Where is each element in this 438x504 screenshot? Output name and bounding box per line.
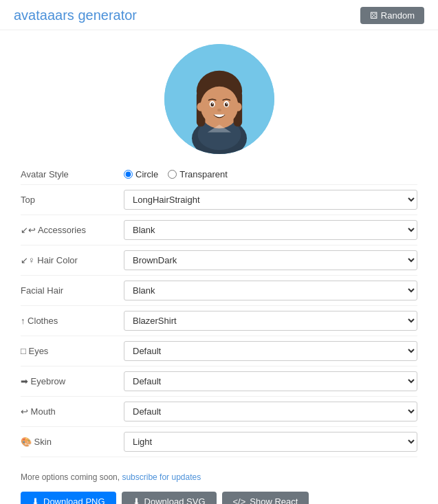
svg-point-10 <box>234 102 241 111</box>
skin-row: 🎨 Skin Light Tanned Yellow Pale Gold Bro… <box>21 427 417 457</box>
top-row: Top LongHairStraight LongHairBig ShortHa… <box>21 185 417 215</box>
subscribe-link[interactable]: subscribe for updates <box>122 472 201 482</box>
skin-select[interactable]: Light Tanned Yellow Pale Gold Brown Dark… <box>124 432 417 452</box>
skin-label: 🎨 Skin <box>21 437 124 447</box>
hair-color-input: BrownDark Brown Black Blonde Auburn Red <box>124 250 417 270</box>
clothes-select[interactable]: BlazerShirt BlazerSweater CollarSweater … <box>124 311 417 331</box>
hair-color-select[interactable]: BrownDark Brown Black Blonde Auburn Red <box>124 250 417 270</box>
eyes-row: □ Eyes Default Close Cry Dizzy Happy Hea… <box>21 336 417 366</box>
facial-hair-label: Facial Hair <box>21 285 124 296</box>
hair-color-label: ↙♀ Hair Color <box>21 255 124 265</box>
skin-icon: 🎨 <box>21 437 32 447</box>
download-png-label: Download PNG <box>43 496 105 504</box>
mouth-label: ↩ Mouth <box>21 406 124 417</box>
more-options-text: More options coming soon, <box>21 472 120 482</box>
skin-input: Light Tanned Yellow Pale Gold Brown Dark… <box>124 432 417 452</box>
download-svg-icon: ⬇ <box>133 496 140 504</box>
clothes-row: ↑ Clothes BlazerShirt BlazerSweater Coll… <box>21 306 417 336</box>
accessories-row: ↙↩ Accessories Blank Kurt Prescription01… <box>21 215 417 245</box>
eyebrow-row: ➡ Eyebrow Default Angry AngryNatural Def… <box>21 366 417 397</box>
top-select[interactable]: LongHairStraight LongHairBig ShortHairSh… <box>124 190 417 210</box>
random-button[interactable]: ⚄ Random <box>360 7 424 24</box>
show-react-icon: </> <box>233 496 246 504</box>
download-svg-label: Download SVG <box>144 496 206 504</box>
svg-point-17 <box>217 109 221 111</box>
svg-point-15 <box>212 103 213 105</box>
top-label: Top <box>21 195 124 205</box>
avatar-style-transparent[interactable]: Transparent <box>168 169 228 179</box>
clothes-input: BlazerShirt BlazerSweater CollarSweater … <box>124 311 417 331</box>
top-input: LongHairStraight LongHairBig ShortHairSh… <box>124 190 417 210</box>
random-button-label: Random <box>381 10 415 21</box>
eyes-select[interactable]: Default Close Cry Dizzy Happy Hearts Sid… <box>124 341 417 361</box>
svg-point-14 <box>225 102 228 107</box>
accessories-label: ↙↩ Accessories <box>21 225 124 235</box>
svg-point-16 <box>226 103 228 105</box>
eyes-label: □ Eyes <box>21 346 124 356</box>
facial-hair-row: Facial Hair Blank BeardMedium BeardLight… <box>21 276 417 306</box>
avatar-style-circle[interactable]: Circle <box>124 169 158 179</box>
header: avataaars generator ⚄ Random <box>0 0 438 30</box>
facial-hair-input: Blank BeardMedium BeardLight MoustacheFa… <box>124 281 417 300</box>
avatar-svg <box>164 44 274 154</box>
eyebrow-icon: ➡ <box>21 376 28 386</box>
avatar-circle <box>164 44 274 154</box>
download-buttons-group: ⬇ Download PNG ⬇ Download SVG </> Show R… <box>0 487 438 504</box>
hair-color-icon: ↙♀ <box>21 255 35 265</box>
eyes-input: Default Close Cry Dizzy Happy Hearts Sid… <box>124 341 417 361</box>
mouth-select[interactable]: Default Concerned Disbelief Eating Grima… <box>124 402 417 421</box>
avatar-preview <box>0 30 438 164</box>
mouth-icon: ↩ <box>21 406 28 417</box>
avatar-style-row: Avatar Style Circle Transparent <box>21 164 417 185</box>
avatar-style-circle-label: Circle <box>135 169 158 179</box>
show-react-button[interactable]: </> Show React <box>222 492 309 504</box>
download-png-button[interactable]: ⬇ Download PNG <box>21 492 116 504</box>
eyebrow-input: Default Angry AngryNatural DefaultNatura… <box>124 371 417 391</box>
eyebrow-label: ➡ Eyebrow <box>21 376 124 386</box>
clothes-label: ↑ Clothes <box>21 316 124 326</box>
download-svg-button[interactable]: ⬇ Download SVG <box>122 492 217 504</box>
mouth-row: ↩ Mouth Default Concerned Disbelief Eati… <box>21 397 417 427</box>
controls-panel: Avatar Style Circle Transparent Top Long… <box>0 164 438 464</box>
eyebrow-select[interactable]: Default Angry AngryNatural DefaultNatura… <box>124 371 417 391</box>
hair-color-row: ↙♀ Hair Color BrownDark Brown Black Blon… <box>21 245 417 276</box>
show-react-label: Show React <box>250 496 298 504</box>
accessories-icon: ↙↩ <box>21 225 36 235</box>
download-png-icon: ⬇ <box>32 496 39 504</box>
accessories-select[interactable]: Blank Kurt Prescription01 Sunglasses Way… <box>124 220 417 240</box>
app-title: avataaars generator <box>14 8 137 23</box>
avatar-style-circle-radio[interactable] <box>124 170 133 179</box>
svg-point-9 <box>197 102 204 111</box>
mouth-input: Default Concerned Disbelief Eating Grima… <box>124 402 417 421</box>
avatar-style-label: Avatar Style <box>21 169 124 179</box>
avatar-style-transparent-label: Transparent <box>179 169 228 179</box>
avatar-style-transparent-radio[interactable] <box>168 170 177 179</box>
svg-point-8 <box>200 87 238 126</box>
svg-point-13 <box>210 102 214 107</box>
avatar-style-input: Circle Transparent <box>124 169 417 179</box>
facial-hair-select[interactable]: Blank BeardMedium BeardLight MoustacheFa… <box>124 281 417 300</box>
clothes-icon: ↑ <box>21 316 25 326</box>
accessories-input: Blank Kurt Prescription01 Sunglasses Way… <box>124 220 417 240</box>
eyes-icon: □ <box>21 346 26 356</box>
random-icon: ⚄ <box>370 10 377 21</box>
footer-text: More options coming soon, subscribe for … <box>0 464 438 487</box>
